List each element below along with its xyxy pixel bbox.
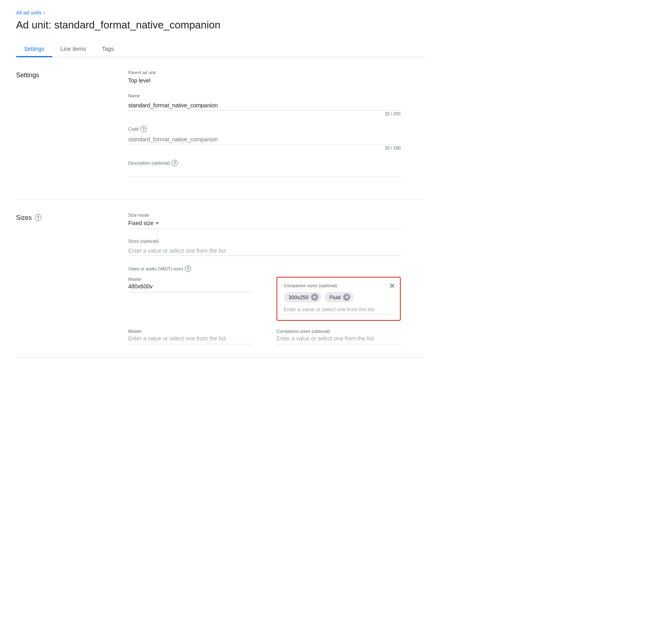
vast-row-1: Master 480x600v Companion sizes (optiona… [128,277,401,321]
companion-input-1[interactable]: Enter a value or select one from the lis… [284,306,394,314]
companion-tags: 300x250 ✕ Fluid ✕ [284,292,394,302]
tag-chip-300x250: 300x250 ✕ [284,292,321,302]
description-field-group: Description (optional) ? [128,160,401,177]
sizes-section: Sizes ? Size mode Fixed size ▾ Sizes (op… [16,200,425,358]
vast-col-master-1: Master 480x600v [128,277,252,292]
companion-box: Companion sizes (optional) 300x250 ✕ Flu… [277,277,401,321]
tag-remove-fluid[interactable]: ✕ [343,294,350,301]
companion-close-icon[interactable]: ✕ [389,282,395,290]
vast-label-row: Video or audio (VAST) sizes ? [128,266,401,272]
page-title: Ad unit: standard_format_native_companio… [16,19,425,31]
tag-remove-300x250[interactable]: ✕ [311,294,318,301]
name-field-group: Name 32 / 255 [128,93,401,116]
parent-ad-unit-value: Top level [128,77,401,84]
code-input[interactable] [128,135,401,145]
sizes-optional-group: Sizes (optional) [128,239,401,256]
settings-section: Settings Parent ad unit Top level Name 3… [16,57,425,200]
breadcrumb-chevron-icon: › [43,10,45,16]
sizes-label: Sizes ? [16,213,128,344]
description-label: Description (optional) ? [128,160,401,166]
size-mode-label: Size mode [128,213,401,217]
tab-line-items[interactable]: Line items [52,41,94,57]
code-help-icon[interactable]: ? [140,126,147,132]
size-mode-group: Size mode Fixed size ▾ [128,213,401,229]
code-counter: 32 / 100 [128,145,401,150]
vast-col-companion-1: Companion sizes (optional) 300x250 ✕ Flu… [277,277,401,321]
breadcrumb-link[interactable]: All ad units [16,10,42,16]
master-2-input[interactable]: Enter a value or select one from the lis… [128,335,252,344]
tag-label-300x250: 300x250 [289,294,309,300]
parent-ad-unit-label: Parent ad unit [128,70,401,75]
settings-label: Settings [16,70,128,187]
description-help-icon[interactable]: ? [172,160,178,166]
sizes-content: Size mode Fixed size ▾ Sizes (optional) … [128,213,401,344]
sizes-help-icon[interactable]: ? [35,214,41,221]
sizes-optional-input[interactable] [128,246,401,256]
size-mode-dropdown-icon[interactable]: ▾ [156,220,158,226]
master-1-value: 480x600v [128,283,252,292]
sizes-optional-label: Sizes (optional) [128,239,401,244]
vast-row-2: Master Enter a value or select one from … [128,329,401,344]
name-label: Name [128,93,401,98]
companion-2-label: Companion sizes (optional) [277,329,401,334]
breadcrumb: All ad units › [16,10,425,16]
tab-tags[interactable]: Tags [94,41,122,57]
settings-content: Parent ad unit Top level Name 32 / 255 C… [128,70,401,187]
code-label: Code ? [128,126,401,132]
code-field-group: Code ? 32 / 100 [128,126,401,150]
companion-1-label: Companion sizes (optional) [284,283,394,288]
tag-chip-fluid: Fluid ✕ [325,292,353,302]
vast-help-icon[interactable]: ? [185,266,191,272]
parent-ad-unit-group: Parent ad unit Top level [128,70,401,84]
companion-2-input[interactable]: Enter a value or select one from the lis… [277,335,401,344]
master-2-label: Master [128,329,252,334]
vast-col-master-2: Master Enter a value or select one from … [128,329,252,344]
name-input[interactable] [128,101,401,111]
vast-col-companion-2: Companion sizes (optional) Enter a value… [277,329,401,344]
vast-section: Video or audio (VAST) sizes ? Master 480… [128,266,401,344]
tag-label-fluid: Fluid [329,294,341,300]
tab-settings[interactable]: Settings [16,41,52,57]
size-mode-row: Fixed size ▾ [128,220,401,229]
name-counter: 32 / 255 [128,111,401,116]
master-1-label: Master [128,277,252,282]
size-mode-value: Fixed size [128,220,153,226]
tabs-row: Settings Line items Tags [16,41,425,57]
